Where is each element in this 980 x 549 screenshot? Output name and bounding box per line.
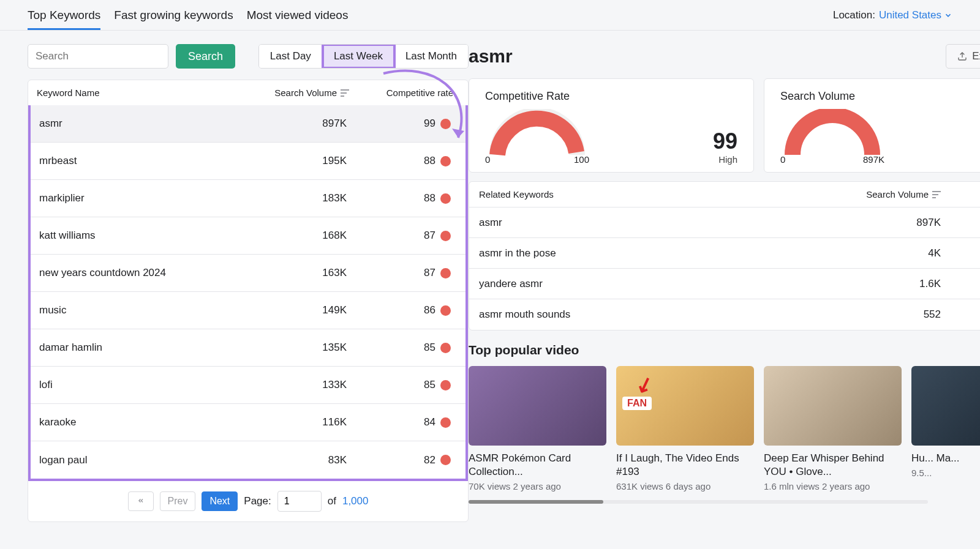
keywords-panel: Search Last Day Last Week Last Month Key… (0, 31, 469, 549)
table-row[interactable]: mrbeast195K88 (31, 143, 466, 180)
scrollbar-thumb[interactable] (469, 500, 603, 504)
table-row[interactable]: new years countdown 2024163K87 (31, 255, 466, 292)
video-title: If I Laugh, The Video Ends #193 (616, 452, 754, 479)
svg-rect-7 (932, 197, 936, 198)
video-card[interactable]: ↙FANIf I Laugh, The Video Ends #193631K … (616, 366, 754, 491)
related-row[interactable]: asmr897K99 (469, 207, 980, 238)
arrow-overlay-icon: ↙ (632, 370, 657, 398)
period-last-day[interactable]: Last Day (259, 45, 323, 68)
competitive-dot-icon (440, 193, 451, 204)
video-meta: 1.6 mln views 2 years ago (764, 481, 902, 491)
video-card[interactable]: Hu... Ma...9.5... (911, 366, 980, 491)
video-title: Hu... Ma... (911, 452, 980, 465)
videos-scrollbar[interactable] (469, 500, 928, 504)
competitive-dot-icon (440, 156, 451, 166)
period-selector: Last Day Last Week Last Month (258, 44, 469, 69)
keyword-comp: 85 (347, 379, 457, 391)
keyword-name: logan paul (39, 454, 243, 466)
videos-header: Top popular video (469, 342, 980, 359)
related-comp: 54 (941, 278, 980, 290)
table-row[interactable]: logan paul83K82 (31, 441, 466, 479)
videos-title: Top popular video (469, 343, 579, 357)
detail-panel: asmr Export to PDF Competitive Rate (469, 31, 980, 549)
video-thumbnail: ↙FAN (616, 366, 754, 446)
related-row[interactable]: yandere asmr1.6K54 (469, 269, 980, 299)
volume-gauge (780, 109, 884, 158)
keyword-volume: 149K (243, 304, 347, 316)
related-row[interactable]: asmr mouth sounds55246 (469, 299, 980, 330)
page-total[interactable]: 1,000 (342, 495, 369, 507)
related-header: Related Keywords Search Volume Competiti… (469, 182, 980, 207)
comp-max: 100 (574, 154, 589, 165)
table-row[interactable]: karaoke116K84 (31, 404, 466, 441)
export-pdf-button[interactable]: Export to PDF (946, 44, 980, 69)
header-search-volume[interactable]: Search Volume (245, 88, 349, 98)
video-card[interactable]: Deep Ear Whisper Behind YOU • Glove...1.… (764, 366, 902, 491)
table-row[interactable]: markiplier183K88 (31, 180, 466, 217)
svg-rect-5 (932, 191, 941, 192)
keyword-name: music (39, 304, 243, 316)
keyword-comp: 86 (347, 304, 457, 316)
keyword-comp: 99 (347, 118, 457, 130)
svg-rect-1 (341, 92, 347, 94)
chevron-down-icon (944, 11, 952, 20)
location-value[interactable]: United States (879, 9, 952, 21)
related-keywords-table: Related Keywords Search Volume Competiti… (469, 181, 980, 331)
tab-most-viewed[interactable]: Most viewed videos (247, 0, 349, 30)
related-comp: 46 (941, 308, 980, 321)
keywords-table: Keyword Name Search Volume Competitive r… (28, 80, 469, 522)
related-header-volume[interactable]: Search Volume (831, 189, 941, 200)
vol-min: 0 (780, 154, 785, 165)
tabs-bar: Top Keywords Fast growing keywords Most … (0, 0, 980, 31)
detail-title: asmr (469, 46, 513, 67)
keyword-volume: 168K (243, 230, 347, 242)
table-row[interactable]: katt williams168K87 (31, 217, 466, 255)
pagination-next[interactable]: Next (202, 491, 238, 511)
video-thumbnail (911, 366, 980, 446)
tab-fast-growing[interactable]: Fast growing keywords (114, 0, 233, 30)
competitive-gauge (485, 109, 589, 158)
related-comp: 99 (941, 217, 980, 229)
table-row[interactable]: music149K86 (31, 292, 466, 329)
competitive-dot-icon (440, 231, 451, 241)
comp-value: 99 (713, 129, 737, 154)
table-header: Keyword Name Search Volume Competitive r… (28, 80, 468, 106)
table-row[interactable]: lofi133K85 (31, 367, 466, 404)
video-card[interactable]: ASMR Pokémon Card Collection...70K views… (469, 366, 606, 491)
related-row[interactable]: asmr in the pose4K60 (469, 238, 980, 269)
table-body: asmr897K99mrbeast195K88markiplier183K88k… (28, 105, 468, 481)
header-competitive[interactable]: Competitive rate (349, 88, 459, 98)
period-last-month[interactable]: Last Month (394, 45, 468, 68)
competitive-dot-icon (440, 305, 451, 316)
search-input[interactable] (28, 44, 168, 69)
table-row[interactable]: damar hamlin135K85 (31, 329, 466, 367)
related-header-name[interactable]: Related Keywords (479, 189, 831, 200)
page-label: Page: (244, 495, 271, 507)
sort-icon (341, 89, 349, 97)
competitive-dot-icon (440, 455, 451, 465)
related-header-comp[interactable]: Competitive (941, 189, 980, 200)
pagination-first[interactable] (128, 491, 154, 511)
header-keyword-name[interactable]: Keyword Name (37, 88, 245, 98)
page-input[interactable] (277, 491, 322, 512)
export-icon (957, 51, 967, 61)
tab-top-keywords[interactable]: Top Keywords (28, 0, 100, 30)
comp-sub: High (713, 154, 737, 165)
keyword-volume: 83K (243, 454, 347, 466)
keyword-name: new years countdown 2024 (39, 267, 243, 279)
keyword-name: asmr (39, 118, 243, 130)
keyword-comp: 88 (347, 155, 457, 167)
tabs: Top Keywords Fast growing keywords Most … (28, 0, 348, 30)
export-label: Export to PDF (972, 50, 980, 62)
related-volume: 897K (831, 217, 941, 229)
search-button[interactable]: Search (176, 44, 235, 69)
vol-max: 897K (863, 154, 884, 165)
pagination-prev[interactable]: Prev (160, 491, 196, 511)
volume-title: Search Volume (780, 90, 980, 103)
videos-row[interactable]: ASMR Pokémon Card Collection...70K views… (469, 366, 980, 491)
period-last-week[interactable]: Last Week (323, 45, 394, 68)
keyword-volume: 135K (243, 342, 347, 354)
svg-rect-0 (341, 89, 349, 91)
keyword-comp: 87 (347, 230, 457, 242)
table-row[interactable]: asmr897K99 (31, 105, 466, 143)
